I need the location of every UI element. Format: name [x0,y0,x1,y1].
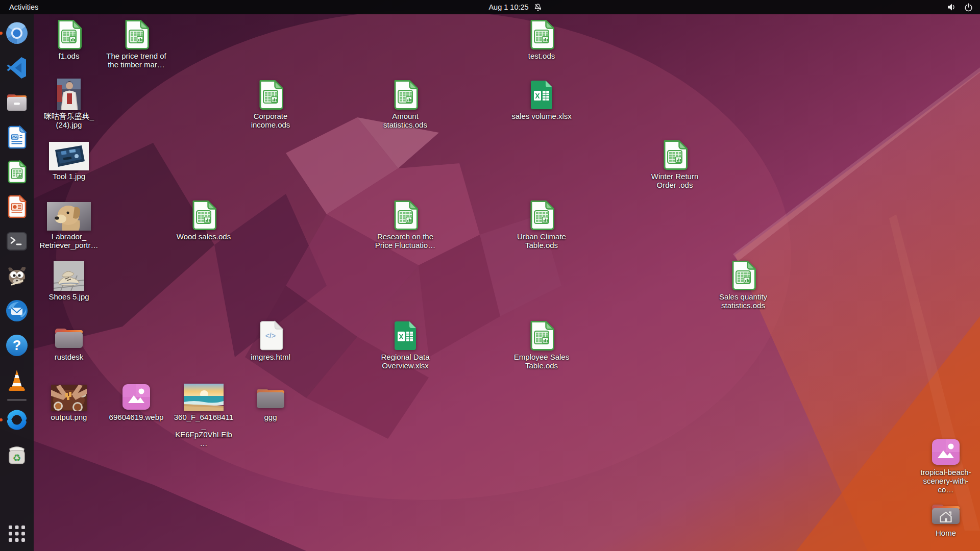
desktop-icon-tool-1-jpg[interactable]: Tool 1.jpg [38,139,100,181]
desktop-icon-69604619-webp[interactable]: 69604619.webp [106,380,167,421]
dock-item-vscode[interactable] [5,56,29,80]
desktop-icon-research-price-fluctuation-ods[interactable]: Research on thePrice Fluctuatio… [375,199,436,249]
desktop-icon-label: Home [936,529,956,537]
desktop-icon-label: test.ods [528,52,555,60]
desktop-icon-360-f-64168411-webp[interactable]: 360_F_64168411_KE6FpZ0VhLElb… [173,380,234,447]
photo-shoes-icon [54,259,84,291]
dock-item-show-apps[interactable] [5,521,29,546]
desktop-icon-amount-statistics-ods[interactable]: Amountstatistics.ods [375,79,436,129]
dock-item-vlc[interactable] [5,368,29,392]
show-apps-icon [5,521,29,546]
dock-item-thunderbird[interactable] [5,298,29,323]
desktop-icon-ggg-folder[interactable]: ggg [240,380,301,421]
desktop-icon-labrador-retriever-jpg[interactable]: Labrador_Retriever_portr… [38,199,100,249]
dock: ?♻ [0,14,34,551]
desktop-icon-label: tropical-beach-scenery-with-co… [915,468,976,494]
desktop-icon-imgres-html[interactable]: </>imgres.html [240,319,301,361]
photo-beach-icon [184,380,224,411]
desktop-icon-rustdesk-folder[interactable]: rustdesk [38,319,100,361]
libreoffice-impress-icon [5,194,29,219]
dock-item-chromium[interactable] [5,21,29,45]
power-icon [964,3,973,12]
ods-icon [528,18,555,50]
desktop-icon-label: The price trend ofthe timber mar… [106,52,166,69]
photo-concert-icon [57,79,81,110]
xlsx-icon: X [392,319,419,351]
desktop-icon-home-folder[interactable]: Home [915,495,976,537]
dock-item-help[interactable]: ? [5,333,29,358]
dock-item-terminal[interactable] [5,229,29,254]
thunderbird-icon [5,298,29,323]
dock-item-rustdesk[interactable] [5,408,29,432]
desktop-icon-corporate-income-ods[interactable]: Corporateincome.ods [240,79,301,129]
desktop-icon-label: f1.ods [59,52,80,60]
desktop-icon-label: Employee SalesTable.ods [514,353,569,370]
desktop-icon-shoes-5-jpg[interactable]: Shoes 5.jpg [38,259,100,301]
desktop-icon-label: Regional DataOverview.xlsx [381,353,429,370]
dock-item-libreoffice-writer[interactable] [5,125,29,149]
desktop-icon-test-ods[interactable]: test.ods [511,18,572,60]
photo-dog-icon [47,199,91,231]
dock-item-files[interactable] [5,90,29,115]
ods-icon [730,259,756,291]
html-icon: </> [257,319,284,351]
dock-item-gimp[interactable] [5,264,29,288]
ods-icon [392,79,419,110]
chromium-icon [5,21,29,45]
desktop-icon-label: rustdesk [55,353,84,361]
desktop-icon-sales-quantity-statistics-ods[interactable]: Sales quantitystatistics.ods [713,259,774,310]
ods-icon [528,319,555,351]
desktop-icon-employee-sales-table-ods[interactable]: Employee SalesTable.ods [511,319,572,370]
desktop-icon-winter-return-order-ods[interactable]: Winter ReturnOrder .ods [644,139,705,189]
clock-label: Aug 1 10:25 [488,3,528,11]
desktop-icon-label: ggg [264,413,277,421]
desktop-icon-label: Corporateincome.ods [251,112,290,129]
photo-food-icon [51,380,87,411]
files-icon [5,90,29,115]
rustdesk-icon [5,408,29,432]
svg-text:</>: </> [265,332,276,340]
desktop-icon-wood-sales-ods[interactable]: Wood sales.ods [173,199,234,241]
desktop-icon-price-trend-timber-ods[interactable]: The price trend ofthe timber mar… [106,18,167,69]
top-bar: Activities Aug 1 10:25 [0,0,980,14]
desktop-icon-tropical-beach-webp[interactable]: tropical-beach-scenery-with-co… [915,435,976,494]
clock-menu[interactable]: Aug 1 10:25 [483,0,547,14]
desktop-icon-label: Winter ReturnOrder .ods [651,172,699,189]
desktop-icon-label: Research on thePrice Fluctuatio… [375,232,435,249]
desktop-icon-label: Tool 1.jpg [53,172,85,181]
ods-icon [190,199,217,231]
desktop-icon-f1-ods[interactable]: f1.ods [38,18,100,60]
volume-icon [947,3,957,11]
ods-icon [662,139,688,170]
dock-separator [7,399,27,400]
desktop-icon-regional-data-overview-xlsx[interactable]: XRegional DataOverview.xlsx [375,319,436,370]
dock-item-libreoffice-impress[interactable] [5,194,29,219]
image-icon [122,380,151,411]
ods-icon [392,199,419,231]
libreoffice-calc-icon [5,160,29,184]
dock-item-libreoffice-calc[interactable] [5,160,29,184]
dock-item-trash[interactable]: ♻ [5,442,29,467]
photo-tools-icon [49,139,89,170]
image-icon [932,435,960,466]
desktop-icon-output-png[interactable]: output.png [38,380,100,421]
system-status-area[interactable] [947,0,980,14]
ods-icon [56,18,82,50]
activities-button[interactable]: Activities [0,0,47,14]
desktop-icon-urban-climate-table-ods[interactable]: Urban ClimateTable.ods [511,199,572,249]
desktop-icon-migu-concert-jpg[interactable]: 咪咕音乐盛典_(24).jpg [38,79,100,129]
help-icon: ? [5,333,29,358]
svg-text:?: ? [13,338,21,353]
terminal-icon [5,229,29,254]
libreoffice-writer-icon [5,125,29,149]
desktop-icon-sales-volume-xlsx[interactable]: Xsales volume.xlsx [511,79,572,120]
ods-icon [123,18,150,50]
svg-text:X: X [535,92,540,100]
desktop-icon-label: output.png [51,413,87,421]
running-indicator [0,418,3,421]
desktop-icon-label: Wood sales.ods [177,232,231,241]
svg-text:♻: ♻ [12,453,21,463]
svg-text:X: X [399,333,404,341]
ods-icon [528,199,555,231]
ods-icon [257,79,284,110]
